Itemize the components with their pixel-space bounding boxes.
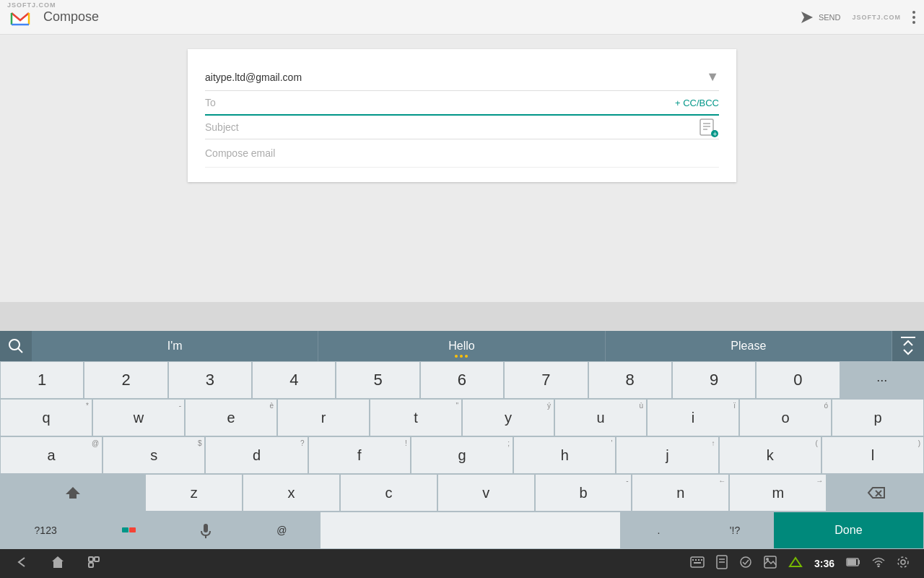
period-key[interactable]: . <box>621 512 697 549</box>
subject-field[interactable]: Subject <box>205 121 719 133</box>
nav-home-button[interactable] <box>51 555 65 572</box>
microphone-key[interactable] <box>167 512 244 549</box>
subject-row[interactable]: Subject + <box>205 116 719 139</box>
space-key[interactable] <box>320 512 620 549</box>
key-r[interactable]: r <box>277 399 370 436</box>
key-6[interactable]: 6 <box>420 361 504 399</box>
language-key[interactable] <box>91 512 167 549</box>
key-q[interactable]: *q <box>0 399 92 436</box>
key-3[interactable]: 3 <box>168 361 252 399</box>
nav-recent-button[interactable] <box>87 555 101 572</box>
key-v[interactable]: v <box>437 474 535 512</box>
suggestion-left[interactable]: I'm <box>32 331 318 361</box>
svg-marker-1 <box>801 12 813 23</box>
gmail-icon <box>9 6 32 29</box>
svg-rect-19 <box>95 557 99 561</box>
svg-rect-24 <box>698 559 699 561</box>
key-t[interactable]: "t <box>370 399 462 436</box>
key-y[interactable]: ýy <box>462 399 554 436</box>
settings-icon-nav[interactable] <box>897 556 910 571</box>
send-label: SEND <box>819 13 841 22</box>
body-row[interactable]: Compose email <box>205 139 719 168</box>
svg-point-30 <box>741 557 751 567</box>
key-h[interactable]: 'h <box>513 436 616 474</box>
key-5[interactable]: 5 <box>336 361 419 399</box>
svg-point-36 <box>878 566 880 568</box>
key-o[interactable]: óo <box>739 399 832 436</box>
svg-rect-22 <box>692 559 694 561</box>
from-dropdown-icon[interactable]: ▼ <box>706 69 719 85</box>
key-d[interactable]: ?d <box>205 436 308 474</box>
more-dot <box>912 21 915 24</box>
sym-key[interactable]: ?123 <box>0 512 91 549</box>
nvidia-icon <box>788 556 803 568</box>
number-row: 1 2 3 4 5 6 7 8 9 0 ··· <box>0 361 924 399</box>
key-w[interactable]: -w <box>92 399 185 436</box>
more-button[interactable] <box>912 11 915 24</box>
attach-button[interactable]: + <box>697 116 719 138</box>
wifi-icon <box>872 557 885 567</box>
key-n[interactable]: ←n <box>632 474 729 512</box>
key-k[interactable]: (k <box>719 436 821 474</box>
key-more[interactable]: ··· <box>840 361 924 399</box>
key-z[interactable]: z <box>145 474 243 512</box>
send-button[interactable]: SEND <box>800 10 841 25</box>
to-field[interactable]: To <box>205 97 675 108</box>
key-a[interactable]: @a <box>0 436 103 474</box>
key-9[interactable]: 9 <box>672 361 756 399</box>
suggestion-middle[interactable]: Hello <box>318 331 605 361</box>
key-b[interactable]: -b <box>535 474 632 512</box>
nav-right: 3:36 <box>690 555 910 572</box>
task-icon-nav[interactable] <box>739 556 752 571</box>
key-8[interactable]: 8 <box>588 361 672 399</box>
key-4[interactable]: 4 <box>252 361 336 399</box>
nvidia-icon-nav[interactable] <box>788 556 803 571</box>
suggestion-dots <box>455 355 468 358</box>
arrow-up-button[interactable] <box>892 331 924 361</box>
key-f[interactable]: !f <box>308 436 411 474</box>
watermark-right: JSOFTJ.COM <box>852 14 901 21</box>
asdf-row: @a $s ?d !f ;g 'h ↑j (k )l <box>0 436 924 474</box>
key-7[interactable]: 7 <box>504 361 588 399</box>
key-g[interactable]: ;g <box>411 436 513 474</box>
sim-icon-nav[interactable] <box>716 555 728 572</box>
suggestion-right[interactable]: Please <box>606 331 892 361</box>
svg-rect-14 <box>129 527 136 532</box>
key-j[interactable]: ↑j <box>616 436 718 474</box>
excl-key[interactable]: '!? <box>697 512 773 549</box>
key-1[interactable]: 1 <box>0 361 84 399</box>
key-i[interactable]: ïi <box>647 399 739 436</box>
to-row[interactable]: To + CC/BCC <box>205 91 719 116</box>
key-u[interactable]: ùu <box>554 399 647 436</box>
battery-icon <box>846 557 860 567</box>
key-c[interactable]: c <box>340 474 437 512</box>
chevron-down-icon <box>902 348 914 355</box>
shift-key[interactable] <box>0 474 145 512</box>
svg-rect-34 <box>858 560 860 564</box>
send-icon <box>800 10 814 25</box>
settings-icon <box>897 556 910 569</box>
key-l[interactable]: )l <box>821 436 924 474</box>
key-s[interactable]: $s <box>103 436 205 474</box>
key-m[interactable]: →m <box>729 474 827 512</box>
chevron-up-icon <box>902 340 914 347</box>
keyboard-nav-icon <box>690 556 705 568</box>
key-x[interactable]: x <box>243 474 340 512</box>
bottom-nav: 3:36 <box>0 549 924 578</box>
nav-back-button[interactable] <box>14 555 29 572</box>
key-e[interactable]: èe <box>185 399 277 436</box>
cc-bcc-button[interactable]: + CC/BCC <box>675 98 719 108</box>
backspace-key[interactable] <box>827 474 924 512</box>
done-key[interactable]: Done <box>773 512 924 549</box>
at-key[interactable]: @ <box>244 512 321 549</box>
key-2[interactable]: 2 <box>84 361 167 399</box>
key-0[interactable]: 0 <box>756 361 840 399</box>
gallery-icon-nav[interactable] <box>764 556 777 571</box>
shift-icon <box>64 486 82 500</box>
sim-icon <box>716 555 728 569</box>
key-p[interactable]: p <box>832 399 924 436</box>
more-dot <box>912 16 915 19</box>
keyboard-icon-nav[interactable] <box>690 556 705 571</box>
body-field[interactable]: Compose email <box>205 147 275 159</box>
search-button[interactable] <box>0 331 32 361</box>
